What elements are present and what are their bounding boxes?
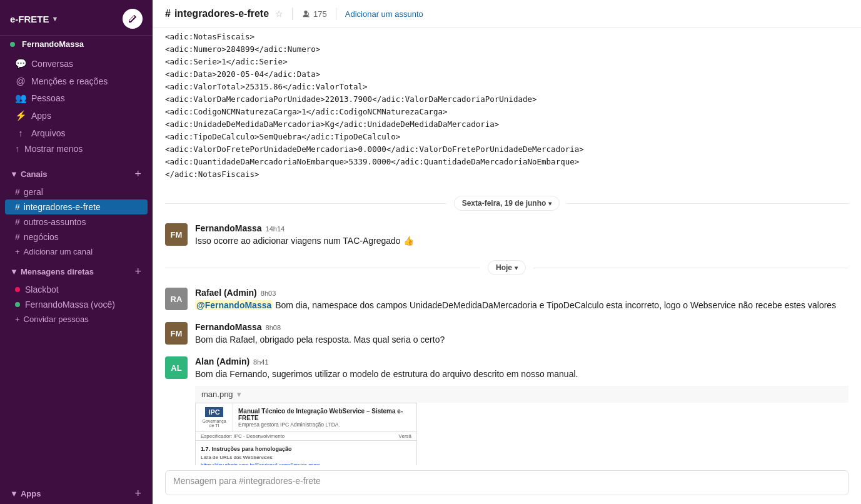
message-text-4: Bom dia Fernando, sugerimos utilizar o m… [195,368,848,381]
attachment-dropdown-icon[interactable]: ▾ [237,390,241,399]
invite-plus: + [15,315,20,324]
message-author-3[interactable]: FernandoMassa [195,322,262,332]
sidebar-item-mentions[interactable]: @ Menções e reações [5,73,148,89]
channel-item-geral[interactable]: # geral [5,184,148,199]
sidebar-item-conversations[interactable]: 💬 Conversas [5,55,148,73]
document-preview: IPC Governançade TI Manual Técnico de In… [195,403,417,465]
message-time-4: 8h41 [253,358,268,366]
input-area: Mensagem para #integradores-e-frete [153,465,861,504]
channels-chevron: ▼ [10,169,18,179]
add-topic-link[interactable]: Adicionar um assunto [345,9,423,19]
doc-section-title: 1.7. Instruções para homologação [201,446,411,452]
message-text-2: @FernandoMassa Bom dia, namespace dos ca… [195,299,848,312]
doc-spec-text: Especificador: IPC - Desenvolvimento [201,433,284,439]
sidebar-item-people[interactable]: 👥 Pessoas [5,89,148,107]
attachment-header: man.png ▾ [195,386,848,403]
date-chevron-2: ▾ [515,265,518,271]
compose-button[interactable] [123,9,143,29]
ipc-sub: Governançade TI [202,419,226,428]
channel-name-outros: outros-assuntos [24,217,86,227]
message-3: FM FernandoMassa 8h08 Bom dia Rafael, ob… [153,317,861,351]
sidebar-item-files[interactable]: ↑ Arquivos [5,124,148,141]
dm-name-fernandomassa: FernandoMassa (você) [25,300,115,310]
dm-item-slackbot[interactable]: Slackbot [5,282,148,297]
xml-line: </adic:NotasFiscais> [165,168,848,181]
apps-section-header[interactable]: ▼ Apps + [0,481,153,504]
message-text-after-mention: Bom dia, namespace dos campos UnidadeDeM… [275,300,836,310]
doc-title-main: Manual Técnico de Integração WebService … [238,408,411,421]
add-channel-link[interactable]: + Adicionar um canal [5,244,148,259]
message-content-3: FernandoMassa 8h08 Bom dia Rafael, obrig… [195,322,848,346]
new-dm-plus-icon[interactable]: + [133,264,143,280]
message-time-3: 8h08 [266,324,281,331]
message-author-4[interactable]: Alan (Admin) [195,356,249,366]
date-label-1[interactable]: Sexta-feira, 19 de junho ▾ [454,196,560,211]
workspace-name[interactable]: e-FRETE ▼ [10,14,58,24]
invite-label: Convidar pessoas [24,315,89,324]
conversations-icon: 💬 [15,58,26,69]
main-content: # integradores-e-frete ☆ 175 Adicionar u… [153,0,861,504]
apps-plus-icon[interactable]: + [133,486,143,501]
invite-people-link[interactable]: + Convidar pessoas [5,312,148,326]
members-icon [301,9,310,18]
date-chevron-1: ▾ [548,200,551,207]
xml-block: <adic:NotasFiscais> <adic:Numero>284899<… [153,28,861,188]
xml-line: <adic:TipoDeCalculo>SemQuebra</adic:Tipo… [165,131,848,143]
message-time-2: 8h03 [261,290,276,297]
xml-line: <adic:ValorDoFretePorUnidadeDeMercadoria… [165,143,848,156]
mention-fernandomassa[interactable]: @FernandoMassa [195,300,273,310]
add-channel-plus-icon[interactable]: + [133,166,143,182]
ipc-logo-box: IPC [205,407,223,417]
date-label-2[interactable]: Hoje ▾ [488,260,526,275]
members-count[interactable]: 175 [301,9,327,19]
message-content-1: FernandoMassa 14h14 Isso ocorre ao adici… [195,223,848,248]
doc-header-row: IPC Governançade TI Manual Técnico de In… [196,403,416,432]
dm-section: ▼ Mensagens diretas + Slackbot FernandoM… [0,259,153,326]
message-time-1: 14h14 [266,225,285,233]
channel-hash-geral: # [15,187,20,197]
star-icon[interactable]: ☆ [275,9,283,19]
date-divider-1: Sexta-feira, 19 de junho ▾ [153,188,861,218]
message-author-2[interactable]: Rafael (Admin) [195,288,257,298]
channel-name-negocios: negócios [24,232,59,242]
channel-item-integradores[interactable]: # integradores-e-frete [5,199,148,214]
add-channel-label: Adicionar um canal [24,247,93,256]
message-author-1[interactable]: FernandoMassa [195,223,262,233]
dm-section-header[interactable]: ▼ Mensagens diretas + [0,259,153,282]
message-text-3: Bom dia Rafael, obrigado pela resposta. … [195,333,848,346]
xml-line: <adic:Serie>1</adic:Serie> [165,56,848,68]
divider-line-right [567,203,848,204]
channel-name-geral: geral [24,187,43,197]
xml-line: <adic:Numero>284899</adic:Numero> [165,43,848,56]
doc-logo: IPC Governançade TI [196,403,233,431]
divider-line-left [165,203,446,204]
slackbot-status-dot [15,287,20,292]
xml-line: <adic:ValorTotal>25315.86</adic:ValorTot… [165,81,848,93]
channel-item-outros[interactable]: # outros-assuntos [5,214,148,229]
sidebar-item-apps[interactable]: ⚡ Apps [5,107,148,124]
doc-title-sub: Empresa gestora IPC Administração LTDA. [238,421,411,428]
avatar-rafael: RA [165,288,188,310]
message-input-box[interactable]: Mensagem para #integradores-e-frete [165,470,848,495]
message-2: RA Rafael (Admin) 8h03 @FernandoMassa Bo… [153,283,861,317]
channel-title: integradores-e-frete [174,8,269,19]
date-divider-2: Hoje ▾ [153,253,861,283]
avatar-fernandomassa-3: FM [165,322,188,345]
message-header-1: FernandoMassa 14h14 [195,223,848,233]
sidebar-header: e-FRETE ▼ [0,0,153,36]
online-dot [10,42,15,47]
message-header-3: FernandoMassa 8h08 [195,322,848,332]
xml-line: <adic:Data>2020-05-04</adic:Data> [165,68,848,81]
channel-hash-negocios: # [15,232,20,242]
divider-line-left-2 [165,268,480,268]
members-count-text: 175 [313,9,327,19]
channel-name-integradores: integradores-e-frete [24,202,101,212]
dm-item-fernandomassa[interactable]: FernandoMassa (você) [5,297,148,312]
apps-icon: ⚡ [15,110,26,121]
header-divider-2 [336,8,336,20]
doc-body: 1.7. Instruções para homologação Lista d… [196,441,416,465]
channels-section-header[interactable]: ▼ Canais + [0,161,153,184]
sidebar-item-show-less[interactable]: ↑ Mostrar menos [5,141,148,156]
doc-spec-row: Especificador: IPC - Desenvolvimento Ver… [196,432,416,441]
channel-item-negocios[interactable]: # negócios [5,229,148,244]
